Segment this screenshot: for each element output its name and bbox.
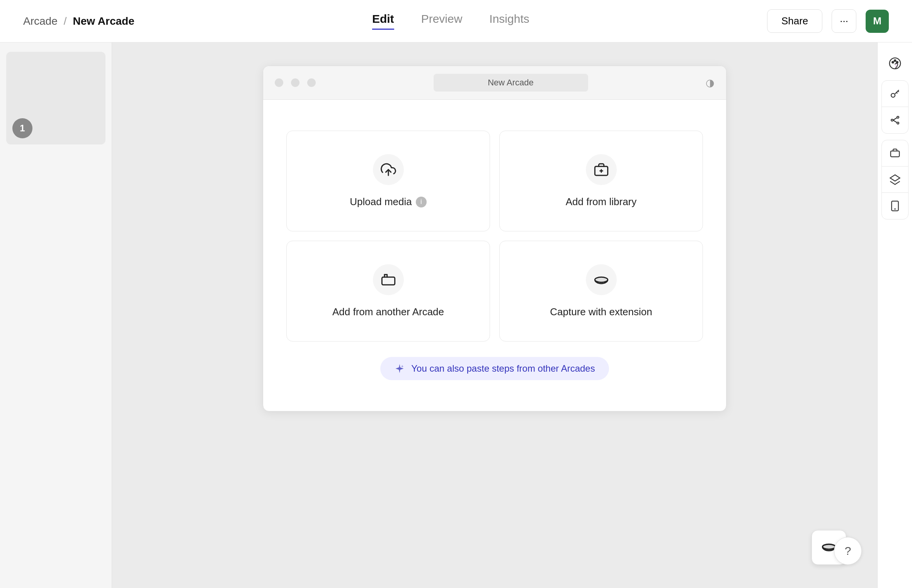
arcade-icon [381, 272, 396, 287]
help-button[interactable]: ? [834, 537, 862, 565]
arcade-icon-wrap [373, 264, 404, 295]
svg-line-22 [893, 120, 897, 122]
card-capture-extension[interactable]: Capture with extension [499, 241, 703, 342]
upload-icon-wrap [373, 154, 404, 185]
upload-icon [381, 162, 396, 177]
more-button[interactable]: ··· [832, 9, 856, 33]
browser-titlebar: New Arcade ◑ [263, 66, 726, 100]
capture-tool-icon [889, 148, 901, 159]
branch-button[interactable] [882, 107, 908, 133]
nav-tabs: Edit Preview Insights [372, 12, 529, 30]
traffic-light-red [275, 78, 283, 87]
card-add-library[interactable]: Add from library [499, 131, 703, 231]
slide-number-badge: 1 [12, 118, 32, 138]
svg-point-13 [896, 61, 898, 63]
sparkle-icon [394, 363, 405, 374]
traffic-light-yellow [291, 78, 299, 87]
card-add-arcade-label: Add from another Arcade [332, 306, 444, 318]
svg-point-9 [823, 544, 835, 549]
device-button[interactable] [882, 193, 908, 219]
card-add-arcade[interactable]: Add from another Arcade [286, 241, 490, 342]
svg-point-11 [892, 61, 893, 63]
capture-icon [594, 272, 609, 287]
help-label: ? [845, 544, 851, 557]
main-layout: 1 New Arcade ◑ [0, 0, 912, 588]
svg-rect-23 [890, 151, 899, 156]
svg-point-12 [894, 60, 895, 61]
contrast-icon: ◑ [706, 77, 715, 89]
svg-marker-24 [890, 175, 900, 181]
tab-preview[interactable]: Preview [421, 12, 463, 30]
svg-line-16 [898, 91, 899, 92]
toolbar-group-1 [881, 80, 909, 134]
browser-address: New Arcade [323, 74, 698, 92]
key-icon [889, 88, 901, 100]
breadcrumb: Arcade / New Arcade [23, 15, 134, 27]
library-icon-wrap [586, 154, 617, 185]
branch-icon [889, 114, 901, 126]
card-capture-label: Capture with extension [550, 306, 652, 318]
svg-line-21 [893, 118, 897, 120]
toolbar-group-2 [881, 140, 909, 219]
share-button[interactable]: Share [767, 9, 822, 33]
svg-point-14 [891, 93, 895, 97]
paste-hint: You can also paste steps from other Arca… [286, 357, 703, 380]
key-button[interactable] [882, 81, 908, 107]
card-upload-media-label: Upload media i [350, 196, 426, 208]
card-add-library-label: Add from library [566, 196, 637, 208]
capture-tool-button[interactable] [882, 140, 908, 167]
device-icon [889, 200, 901, 212]
svg-line-17 [896, 92, 897, 93]
traffic-light-green [307, 78, 316, 87]
svg-point-20 [897, 122, 899, 124]
svg-rect-4 [382, 277, 395, 285]
sidebar: 1 [0, 42, 112, 588]
layers-button[interactable] [882, 167, 908, 193]
breadcrumb-root[interactable]: Arcade [23, 15, 58, 27]
info-icon[interactable]: i [416, 197, 427, 207]
capture-icon-wrap [586, 264, 617, 295]
top-nav: Arcade / New Arcade Edit Preview Insight… [0, 0, 912, 42]
address-bar: New Arcade [434, 74, 588, 92]
tab-edit[interactable]: Edit [372, 12, 394, 30]
browser-content: Upload media i [263, 100, 726, 411]
right-toolbar [877, 42, 912, 588]
svg-point-19 [897, 116, 899, 118]
palette-button[interactable] [882, 50, 908, 76]
palette-icon [888, 57, 902, 70]
breadcrumb-current: New Arcade [73, 15, 134, 27]
avatar[interactable]: M [866, 10, 889, 33]
paste-hint-button[interactable]: You can also paste steps from other Arca… [380, 357, 609, 380]
tab-insights[interactable]: Insights [489, 12, 529, 30]
browser-window: New Arcade ◑ [263, 66, 727, 411]
breadcrumb-separator: / [64, 15, 67, 27]
card-upload-media[interactable]: Upload media i [286, 131, 490, 231]
cards-grid: Upload media i [286, 131, 703, 342]
paste-hint-label: You can also paste steps from other Arca… [411, 363, 595, 374]
svg-point-18 [891, 119, 893, 121]
nav-right: Share ··· M [767, 9, 889, 33]
library-icon [594, 162, 609, 177]
slide-thumbnail[interactable]: 1 [6, 52, 105, 144]
svg-point-8 [595, 277, 607, 282]
layers-icon [889, 174, 901, 185]
content-area: New Arcade ◑ [112, 42, 877, 588]
